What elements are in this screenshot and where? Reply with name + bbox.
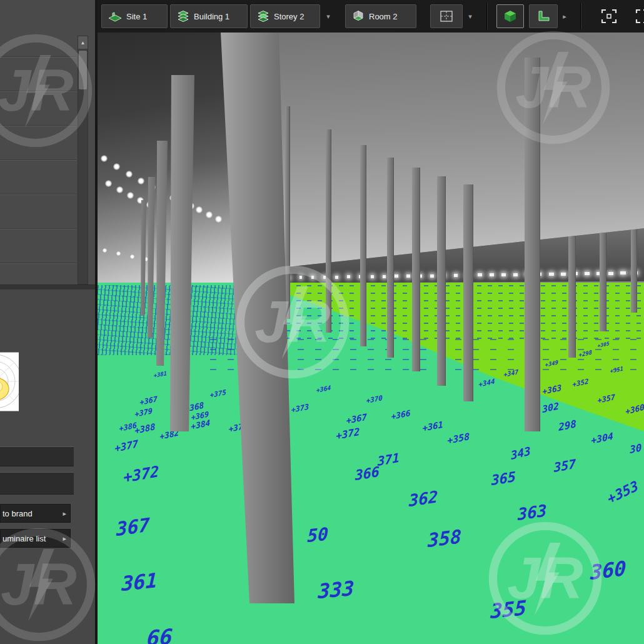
column-3d	[437, 176, 446, 386]
floor-plan-icon	[536, 10, 550, 23]
floor-illuminance-value: 360	[590, 558, 626, 583]
far-ceiling-light	[335, 276, 338, 279]
cube-3d-icon	[503, 9, 517, 23]
floor-illuminance-value: 357	[553, 458, 576, 474]
column-3d	[631, 229, 637, 313]
floor-illuminance-value: 365	[491, 470, 516, 488]
breadcrumb-room-label: Room 2	[369, 12, 398, 21]
luminaire-polar-diagram-thumbnail[interactable]	[0, 352, 19, 411]
ceiling-light	[103, 248, 107, 253]
sidebar-row-divider	[0, 91, 76, 91]
far-ceiling-light	[561, 273, 566, 276]
chevron-right-icon: ▸	[63, 510, 66, 518]
column-3d	[360, 145, 366, 346]
clipped-tool-icon	[635, 8, 644, 24]
far-ceiling-light	[406, 274, 410, 278]
toolbar-separator	[486, 3, 487, 29]
section-plane-icon	[438, 9, 455, 24]
breadcrumb-room-button[interactable]: Room 2	[345, 4, 416, 28]
scene-3d-viewport[interactable]: +388+377+37236736166+367+368+382+386+379…	[98, 33, 644, 644]
ceiling-light	[206, 211, 213, 218]
breadcrumb-site-label: Site 1	[126, 12, 147, 21]
far-ceiling-light	[395, 274, 398, 278]
far-ceiling-light	[549, 273, 554, 276]
sidebar-row-divider	[0, 194, 76, 194]
sidebar-row-divider	[0, 56, 76, 57]
application-window: ▲ to brand ▸ uminaire list ▸	[0, 0, 644, 644]
scrollbar-thumb[interactable]	[79, 51, 87, 89]
sidebar-action-bar-2[interactable]	[0, 472, 74, 495]
far-ceiling-light	[608, 272, 613, 275]
ceiling-light	[105, 180, 112, 187]
floor-illuminance-value: 371	[377, 451, 400, 468]
far-ceiling-light	[478, 273, 482, 276]
breadcrumb-building-button[interactable]: Building 1	[170, 4, 248, 28]
storey-dropdown-button[interactable]: ▾	[320, 4, 336, 28]
sidebar: ▲ to brand ▸ uminaire list ▸	[0, 0, 95, 644]
column-3d	[387, 158, 394, 358]
sidebar-lower-panel	[0, 289, 95, 644]
sidebar-row-divider	[0, 228, 76, 229]
far-ceiling-light	[585, 272, 590, 275]
scroll-up-icon: ▲	[81, 40, 86, 46]
ceiling-light	[127, 192, 134, 199]
far-ceiling-light	[311, 276, 314, 279]
ceiling-light	[126, 171, 133, 178]
luminaire-list-label: uminaire list	[3, 534, 46, 543]
breadcrumb-storey-label: Storey 2	[274, 12, 304, 21]
chevron-down-icon: ▾	[468, 13, 472, 21]
section-plane-dropdown-button[interactable]: ▾	[463, 4, 478, 28]
ceiling-light	[196, 206, 203, 213]
floor-plan-view-tool-button[interactable]	[529, 4, 558, 28]
to-brand-button[interactable]: to brand ▸	[0, 504, 71, 523]
floor-illuminance-value: 355	[490, 598, 527, 621]
section-plane-tool-button[interactable]	[430, 4, 463, 28]
floor-illuminance-value: 361	[121, 570, 158, 594]
ceiling-light	[101, 155, 108, 162]
ceiling-light	[116, 186, 123, 193]
breadcrumb-toolbar: Site 1 Building 1 Storey 2	[98, 0, 644, 33]
site-icon	[108, 11, 122, 22]
floor-illuminance-value: 30	[630, 443, 642, 455]
floor-illuminance-value: 66	[146, 626, 173, 644]
clipped-tool-button[interactable]	[634, 4, 644, 28]
ceiling-light	[116, 251, 121, 256]
to-brand-label: to brand	[3, 509, 33, 518]
far-ceiling-light	[513, 273, 518, 276]
floor-plan-dropdown-button[interactable]: ▸	[558, 4, 571, 28]
breadcrumb-storey-button[interactable]: Storey 2	[250, 4, 320, 28]
floor-illuminance-value: 363	[518, 502, 547, 523]
far-ceiling-light	[620, 271, 626, 274]
floor-illuminance-value: 333	[318, 578, 355, 601]
scroll-up-button[interactable]: ▲	[78, 36, 88, 49]
toolbar-separator	[580, 3, 581, 29]
zoom-fit-tool-button[interactable]	[593, 4, 625, 28]
far-ceiling-light	[347, 275, 350, 278]
far-ceiling-light	[383, 275, 386, 278]
floor-illuminance-value: 50	[307, 525, 329, 545]
storey-icon	[257, 10, 269, 23]
far-ceiling-light	[490, 273, 494, 276]
view-3d-tool-button[interactable]	[496, 4, 524, 28]
room-icon	[352, 10, 365, 23]
floor-illuminance-value: 362	[409, 488, 438, 509]
building-icon	[177, 10, 189, 23]
luminaire-list-button[interactable]: uminaire list ▸	[0, 529, 71, 548]
ceiling-light	[215, 216, 222, 223]
floor-illuminance-value: 366	[355, 465, 380, 483]
far-ceiling-light	[501, 273, 506, 276]
floor-illuminance-value: 367	[116, 515, 150, 539]
floor-illuminance-value: 358	[428, 527, 461, 550]
far-ceiling-light	[299, 276, 302, 279]
ceiling-light	[138, 178, 144, 184]
chevron-right-icon: ▸	[563, 13, 566, 21]
column-3d	[463, 184, 473, 401]
zoom-fit-icon	[600, 8, 618, 24]
breadcrumb-site-button[interactable]: Site 1	[101, 4, 168, 28]
sidebar-scrollbar[interactable]: ▲	[78, 36, 88, 284]
column-3d	[412, 168, 420, 371]
column-3d	[326, 129, 331, 333]
ceiling-light	[113, 163, 120, 170]
sidebar-action-bar-1[interactable]	[0, 446, 74, 466]
sidebar-row-divider	[0, 263, 76, 263]
